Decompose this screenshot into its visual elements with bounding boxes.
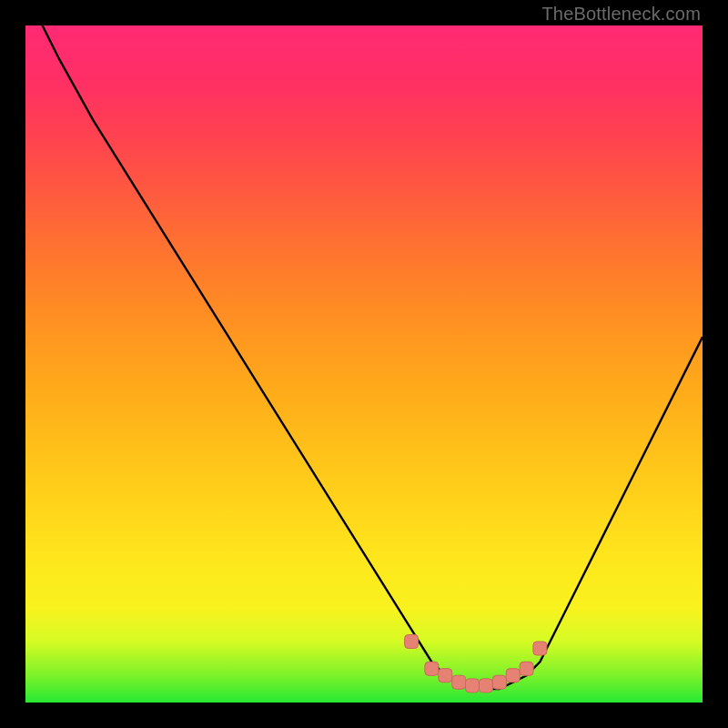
watermark-text: TheBottleneck.com — [541, 4, 701, 25]
trough-marker — [439, 669, 452, 682]
chart-stage: TheBottleneck.com — [0, 0, 728, 728]
trough-marker — [452, 675, 466, 689]
trough-marker — [479, 679, 492, 693]
curve-layer — [25, 25, 703, 703]
trough-markers — [405, 635, 547, 693]
trough-marker — [492, 675, 506, 689]
trough-marker — [466, 679, 480, 693]
bottleneck-curve — [25, 25, 703, 689]
trough-marker — [405, 635, 419, 649]
trough-marker — [520, 662, 533, 675]
trough-marker — [425, 662, 439, 675]
trough-marker — [506, 669, 520, 682]
trough-marker — [533, 642, 547, 655]
plot-area — [25, 25, 703, 703]
